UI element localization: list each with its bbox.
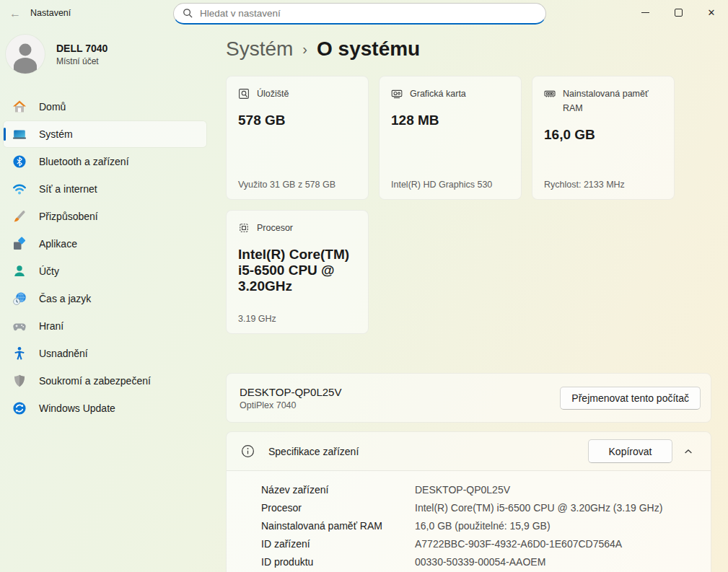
sidebar: DELL 7040 Místní účet Domů Systém Blueto… [0, 29, 216, 572]
network-icon [12, 182, 27, 196]
spec-value: DESKTOP-QP0L25V [415, 484, 711, 496]
search-box[interactable] [173, 3, 546, 25]
spec-label: Procesor [261, 502, 415, 514]
sidebar-item-label: Bluetooth a zařízení [39, 156, 129, 167]
close-icon: ✕ [708, 8, 716, 17]
sidebar-item-label: Windows Update [39, 402, 115, 414]
spec-value: 00330-50339-00054-AAOEM [415, 556, 711, 568]
gpu-icon [391, 88, 403, 100]
device-name: DESKTOP-QP0L25V [240, 386, 341, 398]
spec-value: 16,0 GB (použitelné: 15,9 GB) [415, 520, 711, 532]
user-account-block[interactable]: DELL 7040 Místní účet [0, 29, 216, 74]
breadcrumb: Systém › O systému [226, 38, 420, 61]
windows-update-icon [12, 401, 27, 415]
accessibility-icon [12, 346, 27, 361]
sidebar-item-apps[interactable]: Aplikace [4, 231, 206, 257]
gaming-icon [12, 319, 27, 333]
close-button[interactable]: ✕ [695, 0, 728, 25]
sidebar-item-gaming[interactable]: Hraní [4, 313, 206, 339]
spec-row-ram: Nainstalovaná paměť RAM 16,0 GB (použite… [261, 516, 711, 534]
copy-button[interactable]: Kopírovat [588, 439, 672, 463]
minimize-icon [641, 12, 649, 13]
info-icon [241, 444, 255, 458]
user-name: DELL 7040 [56, 43, 108, 54]
sidebar-item-accessibility[interactable]: Usnadnění [4, 340, 206, 366]
spec-label: ID produktu [261, 556, 415, 568]
card-title: Nainstalovaná paměť RAM [563, 87, 662, 115]
spec-row-product-id: ID produktu 00330-50339-00054-AAOEM [261, 553, 711, 571]
device-model: OptiPlex 7040 [240, 400, 341, 410]
sidebar-item-bluetooth-devices[interactable]: Bluetooth a zařízení [4, 149, 206, 175]
main-content: Systém › O systému Úložiště 578 GB Využi… [226, 29, 714, 572]
sidebar-item-label: Hraní [39, 320, 63, 332]
card-footer: Intel(R) HD Graphics 530 [391, 180, 509, 190]
person-icon [6, 35, 45, 74]
card-footer: Využito 31 GB z 578 GB [238, 180, 356, 190]
sidebar-item-label: Soukromí a zabezpečení [39, 375, 151, 387]
sidebar-item-label: Aplikace [39, 238, 77, 250]
sidebar-item-windows-update[interactable]: Windows Update [4, 395, 206, 421]
sidebar-item-accounts[interactable]: Účty [4, 258, 206, 284]
card-footer: 3.19 GHz [238, 314, 356, 324]
home-icon [12, 100, 27, 114]
sidebar-item-label: Síť a internet [39, 183, 97, 195]
device-specs-header[interactable]: Specifikace zařízení Kopírovat [227, 432, 711, 471]
accounts-icon [12, 264, 27, 278]
sidebar-item-system[interactable]: Systém [4, 121, 206, 147]
sidebar-nav: Domů Systém Bluetooth a zařízení Síť a i… [0, 94, 216, 421]
privacy-icon [12, 374, 27, 388]
card-value: Intel(R) Core(TM) i5-6500 CPU @ 3.20GHz [238, 247, 356, 294]
spec-row-processor: Procesor Intel(R) Core(TM) i5-6500 CPU @… [261, 498, 711, 516]
sidebar-item-network-internet[interactable]: Síť a internet [4, 176, 206, 202]
processor-card: Procesor Intel(R) Core(TM) i5-6500 CPU @… [226, 210, 369, 334]
storage-card: Úložiště 578 GB Využito 31 GB z 578 GB [226, 76, 369, 200]
back-button[interactable]: ← [6, 6, 25, 22]
card-value: 578 GB [238, 113, 356, 128]
card-title: Úložiště [257, 87, 289, 101]
sidebar-item-label: Účty [39, 265, 59, 277]
title-bar: ← Nastavení ✕ [0, 0, 728, 29]
device-specs-body: Název zařízení DESKTOP-QP0L25V Procesor … [227, 471, 711, 572]
graphics-card: Grafická karta 128 MB Intel(R) HD Graphi… [379, 76, 522, 200]
spec-row-device-name: Název zařízení DESKTOP-QP0L25V [261, 480, 711, 498]
minimize-button[interactable] [628, 0, 662, 25]
breadcrumb-parent[interactable]: Systém [226, 38, 293, 61]
card-value: 128 MB [391, 113, 509, 128]
sidebar-item-label: Systém [39, 128, 73, 140]
spec-value: Intel(R) Core(TM) i5-6500 CPU @ 3.20GHz … [415, 502, 711, 514]
ram-icon [544, 88, 556, 100]
sidebar-item-personalization[interactable]: Přizpůsobení [4, 203, 206, 229]
spec-label: Nainstalovaná paměť RAM [261, 520, 415, 532]
ram-card: Nainstalovaná paměť RAM 16,0 GB Rychlost… [532, 76, 675, 200]
device-specs-title: Specifikace zařízení [268, 446, 359, 457]
spec-label: Název zařízení [261, 484, 415, 496]
sidebar-item-privacy-security[interactable]: Soukromí a zabezpečení [4, 368, 206, 394]
maximize-icon [675, 9, 683, 17]
rename-pc-button[interactable]: Přejmenovat tento počítač [560, 387, 701, 410]
chevron-right-icon: › [302, 41, 307, 58]
maximize-button[interactable] [662, 0, 695, 25]
page-title: O systému [317, 38, 420, 61]
chevron-up-icon[interactable] [677, 441, 699, 462]
card-footer: Rychlost: 2133 MHz [544, 180, 662, 190]
cpu-icon [238, 222, 250, 234]
user-account-type: Místní účet [56, 56, 108, 66]
card-title: Procesor [257, 221, 293, 235]
search-input[interactable] [200, 8, 537, 19]
spec-row-device-id: ID zařízení A7722BBC-903F-4932-A6D0-1E60… [261, 534, 711, 553]
spec-label: ID zařízení [261, 538, 415, 550]
search-icon [183, 8, 193, 19]
storage-icon [238, 88, 250, 100]
sidebar-item-time-language[interactable]: Čas a jazyk [4, 286, 206, 312]
summary-cards: Úložiště 578 GB Využito 31 GB z 578 GB G… [226, 76, 688, 334]
sidebar-item-label: Usnadnění [39, 348, 88, 359]
personalization-icon [12, 209, 27, 224]
app-title: Nastavení [30, 8, 71, 18]
apps-icon [12, 237, 27, 251]
sidebar-item-home[interactable]: Domů [4, 94, 206, 120]
spec-value: A7722BBC-903F-4932-A6D0-1E607CD7564A [415, 538, 711, 550]
time-language-icon [12, 291, 27, 306]
avatar [6, 35, 45, 74]
sidebar-item-label: Přizpůsobení [39, 211, 98, 222]
sidebar-item-label: Čas a jazyk [39, 293, 91, 304]
